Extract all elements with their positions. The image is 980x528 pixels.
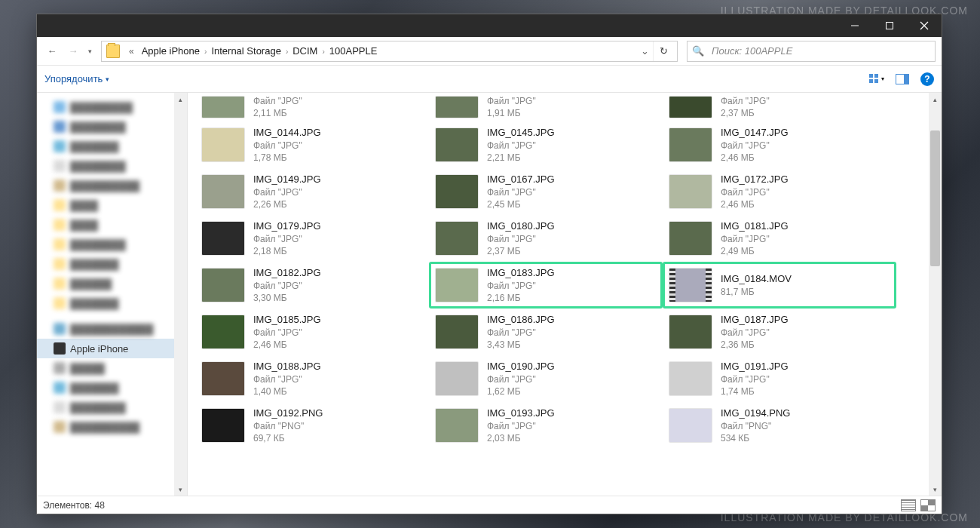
help-button[interactable]: ? bbox=[920, 72, 934, 86]
file-grid[interactable]: Файл "JPG"2,11 МБФайл "JPG"1,91 МБФайл "… bbox=[195, 93, 926, 496]
scroll-up-icon[interactable]: ▴ bbox=[929, 93, 942, 106]
file-type: Файл "JPG" bbox=[487, 233, 555, 245]
close-button[interactable] bbox=[907, 14, 942, 37]
status-bar: Элементов: 48 bbox=[37, 496, 942, 514]
file-size: 2,46 МБ bbox=[721, 198, 789, 210]
content-area: █████████ ████████ ███████ ████████ ████… bbox=[37, 93, 942, 496]
sidebar-scrollbar[interactable]: ▴ ▾ bbox=[174, 93, 187, 496]
file-thumbnail bbox=[436, 128, 478, 161]
file-item[interactable]: IMG_0187.JPGФайл "JPG"2,36 МБ bbox=[663, 309, 896, 355]
maximize-button[interactable] bbox=[872, 14, 907, 37]
file-size: 2,45 МБ bbox=[487, 198, 555, 210]
file-type: Файл "JPG" bbox=[721, 140, 789, 152]
search-input[interactable]: 🔍 Поиск: 100APPLE bbox=[687, 41, 936, 62]
file-item[interactable]: IMG_0149.JPGФайл "JPG"2,26 МБ bbox=[195, 168, 429, 215]
file-item[interactable]: IMG_0193.JPGФайл "JPG"2,03 МБ bbox=[429, 402, 663, 449]
svg-rect-4 bbox=[869, 74, 873, 78]
file-thumbnail bbox=[436, 362, 478, 395]
titlebar bbox=[37, 14, 942, 37]
file-thumbnail bbox=[202, 362, 244, 395]
file-size: 2,21 МБ bbox=[487, 152, 555, 164]
file-size: 2,11 МБ bbox=[253, 107, 302, 119]
file-item[interactable]: Файл "JPG"2,11 МБ bbox=[195, 93, 429, 121]
file-item[interactable]: IMG_0181.JPGФайл "JPG"2,49 МБ bbox=[663, 215, 896, 262]
sidebar-item-label: Apple iPhone bbox=[70, 343, 128, 355]
file-thumbnail bbox=[202, 269, 244, 302]
file-item[interactable]: IMG_0180.JPGФайл "JPG"2,37 МБ bbox=[429, 215, 663, 262]
file-name: IMG_0194.PNG bbox=[721, 407, 791, 420]
file-type: Файл "JPG" bbox=[487, 140, 555, 152]
file-type: Файл "JPG" bbox=[253, 233, 321, 245]
minimize-button[interactable] bbox=[838, 14, 872, 37]
file-thumbnail bbox=[202, 409, 244, 442]
file-item[interactable]: IMG_0185.JPGФайл "JPG"2,46 МБ bbox=[195, 309, 429, 355]
file-name: IMG_0147.JPG bbox=[721, 126, 789, 140]
file-size: 1,74 МБ bbox=[721, 385, 789, 398]
svg-rect-6 bbox=[869, 79, 873, 83]
file-name: IMG_0188.JPG bbox=[253, 360, 321, 373]
file-thumbnail bbox=[669, 128, 712, 161]
breadcrumb-item[interactable]: DCIM bbox=[289, 45, 320, 57]
file-item[interactable]: IMG_0144.JPGФайл "JPG"1,78 МБ bbox=[195, 121, 429, 168]
forward-button[interactable]: → bbox=[64, 42, 82, 60]
view-options-button[interactable]: ▾ bbox=[869, 72, 884, 87]
file-item[interactable]: IMG_0192.PNGФайл "PNG"69,7 КБ bbox=[195, 402, 429, 449]
refresh-button[interactable]: ↻ bbox=[653, 41, 674, 61]
explorer-window: ← → ▾ « Apple iPhone›Internal Storage›DC… bbox=[36, 14, 942, 514]
breadcrumb-item[interactable]: Apple iPhone bbox=[139, 45, 203, 57]
file-item[interactable]: IMG_0184.MOV81,7 МБ bbox=[663, 262, 896, 309]
file-item[interactable]: IMG_0172.JPGФайл "JPG"2,46 МБ bbox=[663, 168, 896, 215]
file-item[interactable]: IMG_0182.JPGФайл "JPG"3,30 МБ bbox=[195, 262, 429, 309]
file-name: IMG_0187.JPG bbox=[721, 313, 789, 327]
main-scrollbar[interactable]: ▴ ▾ bbox=[929, 93, 942, 496]
history-dropdown[interactable]: ▾ bbox=[85, 48, 95, 55]
file-thumbnail bbox=[436, 315, 478, 348]
address-bar[interactable]: « Apple iPhone›Internal Storage›DCIM›100… bbox=[101, 41, 678, 62]
organize-button[interactable]: Упорядочить ▾ bbox=[44, 73, 109, 84]
breadcrumb-item[interactable]: Internal Storage bbox=[208, 45, 284, 57]
file-size: 2,16 МБ bbox=[487, 292, 555, 304]
file-type: Файл "JPG" bbox=[721, 186, 789, 198]
file-item[interactable]: IMG_0147.JPGФайл "JPG"2,46 МБ bbox=[663, 121, 896, 168]
file-thumbnail bbox=[436, 409, 478, 442]
file-size: 69,7 КБ bbox=[253, 432, 323, 444]
file-size: 2,46 МБ bbox=[253, 339, 321, 351]
address-dropdown-icon[interactable]: ⌄ bbox=[636, 45, 653, 57]
file-item[interactable]: IMG_0145.JPGФайл "JPG"2,21 МБ bbox=[429, 121, 663, 168]
details-view-button[interactable] bbox=[901, 499, 916, 511]
file-name: IMG_0184.MOV bbox=[721, 272, 792, 286]
file-item[interactable]: IMG_0167.JPGФайл "JPG"2,45 МБ bbox=[429, 168, 663, 215]
breadcrumb-item[interactable]: 100APPLE bbox=[326, 45, 381, 57]
file-item[interactable]: Файл "JPG"2,37 МБ bbox=[663, 93, 896, 121]
file-item[interactable]: IMG_0194.PNGФайл "PNG"534 КБ bbox=[663, 402, 896, 449]
file-item[interactable]: IMG_0191.JPGФайл "JPG"1,74 МБ bbox=[663, 355, 896, 402]
file-name: IMG_0179.JPG bbox=[253, 219, 321, 233]
tiles-view-button[interactable] bbox=[920, 499, 936, 511]
file-item[interactable]: Файл "JPG"1,91 МБ bbox=[429, 93, 663, 121]
navigation-pane[interactable]: █████████ ████████ ███████ ████████ ████… bbox=[37, 93, 188, 496]
scrollbar-thumb[interactable] bbox=[930, 130, 940, 266]
file-item[interactable]: IMG_0183.JPGФайл "JPG"2,16 МБ bbox=[429, 262, 663, 309]
sidebar-item-apple-iphone[interactable]: Apple iPhone bbox=[37, 339, 187, 358]
file-item[interactable]: IMG_0179.JPGФайл "JPG"2,18 МБ bbox=[195, 215, 429, 262]
file-item[interactable]: IMG_0186.JPGФайл "JPG"3,43 МБ bbox=[429, 309, 663, 355]
file-size: 2,46 МБ bbox=[721, 152, 789, 164]
back-button[interactable]: ← bbox=[43, 42, 61, 60]
file-name: IMG_0144.JPG bbox=[253, 126, 321, 140]
file-size: 1,40 МБ bbox=[253, 385, 321, 398]
scroll-up-icon[interactable]: ▴ bbox=[174, 93, 187, 106]
scroll-down-icon[interactable]: ▾ bbox=[929, 483, 942, 496]
preview-pane-button[interactable] bbox=[895, 72, 910, 87]
file-size: 2,03 МБ bbox=[487, 432, 555, 444]
file-size: 1,62 МБ bbox=[487, 385, 555, 398]
file-item[interactable]: IMG_0190.JPGФайл "JPG"1,62 МБ bbox=[429, 355, 663, 402]
file-thumbnail bbox=[669, 97, 712, 118]
file-size: 1,91 МБ bbox=[487, 107, 536, 119]
file-thumbnail bbox=[202, 97, 244, 118]
file-item[interactable]: IMG_0188.JPGФайл "JPG"1,40 МБ bbox=[195, 355, 429, 402]
file-size: 1,78 МБ bbox=[253, 152, 321, 164]
file-type: Файл "JPG" bbox=[487, 420, 555, 432]
scroll-down-icon[interactable]: ▾ bbox=[174, 483, 187, 496]
file-type: Файл "JPG" bbox=[487, 95, 536, 107]
breadcrumb-overflow-icon[interactable]: « bbox=[124, 46, 139, 57]
